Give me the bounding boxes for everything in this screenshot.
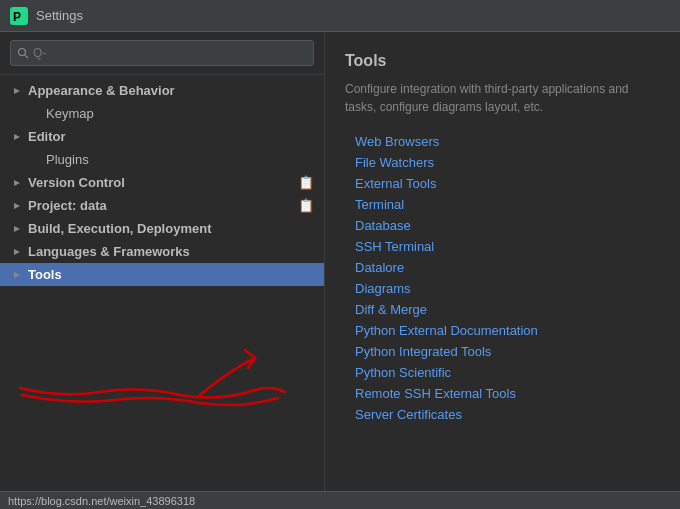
content-link-server-certificates[interactable]: Server Certificates — [345, 407, 660, 422]
arrow-icon-build — [10, 222, 24, 236]
window-title: Settings — [36, 8, 83, 23]
sidebar-label-build: Build, Execution, Deployment — [28, 221, 314, 236]
tooltip-bar: https://blog.csdn.net/weixin_43896318 — [0, 491, 680, 509]
content-link-web-browsers[interactable]: Web Browsers — [345, 134, 660, 149]
arrow-icon-version-control — [10, 176, 24, 190]
content-link-python-external-docs[interactable]: Python External Documentation — [345, 323, 660, 338]
sidebar-item-project-data[interactable]: Project: data📋 — [0, 194, 324, 217]
svg-marker-9 — [14, 249, 20, 255]
sidebar-label-tools: Tools — [28, 267, 314, 282]
sidebar-item-keymap[interactable]: Keymap — [0, 102, 324, 125]
svg-point-2 — [19, 49, 26, 56]
arrow-icon-tools — [10, 268, 24, 282]
content-link-ssh-terminal[interactable]: SSH Terminal — [345, 239, 660, 254]
content-link-remote-ssh-external[interactable]: Remote SSH External Tools — [345, 386, 660, 401]
arrow-icon-keymap — [28, 107, 42, 121]
content-description: Configure integration with third-party a… — [345, 80, 660, 116]
arrow-icon-editor — [10, 130, 24, 144]
content-link-file-watchers[interactable]: File Watchers — [345, 155, 660, 170]
search-icon — [17, 47, 29, 59]
svg-line-3 — [25, 55, 28, 58]
sidebar-badge-version-control: 📋 — [298, 175, 314, 190]
arrow-icon-appearance — [10, 84, 24, 98]
content-link-python-scientific[interactable]: Python Scientific — [345, 365, 660, 380]
svg-marker-10 — [14, 272, 20, 278]
sidebar-item-plugins[interactable]: Plugins — [0, 148, 324, 171]
svg-marker-6 — [14, 180, 20, 186]
sidebar-label-appearance: Appearance & Behavior — [28, 83, 314, 98]
sidebar-badge-project-data: 📋 — [298, 198, 314, 213]
main-container: Appearance & BehaviorKeymapEditorPlugins… — [0, 32, 680, 509]
content-links: Web BrowsersFile WatchersExternal ToolsT… — [345, 134, 660, 422]
sidebar-item-version-control[interactable]: Version Control📋 — [0, 171, 324, 194]
content-link-datalore[interactable]: Datalore — [345, 260, 660, 275]
nav-list: Appearance & BehaviorKeymapEditorPlugins… — [0, 75, 324, 509]
sidebar-item-appearance[interactable]: Appearance & Behavior — [0, 79, 324, 102]
sidebar-label-languages: Languages & Frameworks — [28, 244, 314, 259]
search-input[interactable] — [33, 46, 307, 60]
content-link-diagrams[interactable]: Diagrams — [345, 281, 660, 296]
tooltip-url: https://blog.csdn.net/weixin_43896318 — [8, 495, 195, 507]
sidebar-item-editor[interactable]: Editor — [0, 125, 324, 148]
title-bar: P Settings — [0, 0, 680, 32]
content-title: Tools — [345, 52, 660, 70]
content-link-diff-merge[interactable]: Diff & Merge — [345, 302, 660, 317]
svg-marker-7 — [14, 203, 20, 209]
sidebar-item-languages[interactable]: Languages & Frameworks — [0, 240, 324, 263]
sidebar-label-keymap: Keymap — [46, 106, 314, 121]
sidebar-label-plugins: Plugins — [46, 152, 314, 167]
svg-marker-5 — [14, 134, 20, 140]
arrow-icon-languages — [10, 245, 24, 259]
content-link-python-integrated-tools[interactable]: Python Integrated Tools — [345, 344, 660, 359]
sidebar-label-editor: Editor — [28, 129, 314, 144]
sidebar-label-project-data: Project: data — [28, 198, 298, 213]
svg-text:P: P — [13, 10, 21, 24]
sidebar-item-tools[interactable]: Tools — [0, 263, 324, 286]
search-container — [0, 32, 324, 75]
sidebar: Appearance & BehaviorKeymapEditorPlugins… — [0, 32, 325, 509]
content-panel: Tools Configure integration with third-p… — [325, 32, 680, 509]
content-link-terminal[interactable]: Terminal — [345, 197, 660, 212]
svg-marker-4 — [14, 88, 20, 94]
sidebar-item-build[interactable]: Build, Execution, Deployment — [0, 217, 324, 240]
arrow-icon-plugins — [28, 153, 42, 167]
pycharm-icon: P — [10, 7, 28, 25]
content-link-database[interactable]: Database — [345, 218, 660, 233]
sidebar-label-version-control: Version Control — [28, 175, 298, 190]
svg-marker-8 — [14, 226, 20, 232]
arrow-icon-project-data — [10, 199, 24, 213]
search-box-wrapper[interactable] — [10, 40, 314, 66]
content-link-external-tools[interactable]: External Tools — [345, 176, 660, 191]
